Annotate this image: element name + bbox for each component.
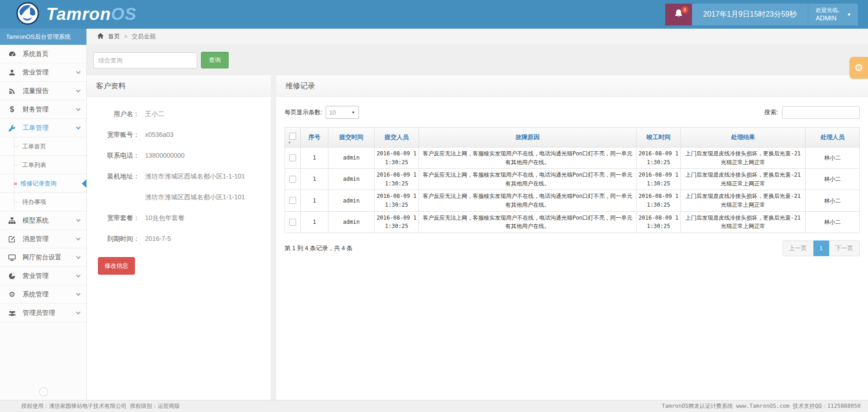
sidebar-submenu: ⋯工单首页⋯工单列表»维修记录查询⋯待办事项	[0, 137, 86, 211]
records-summary: 第 1 到 4 条记录，共 4 条	[285, 244, 352, 252]
footer: 授权使用：潍坊家园驿站电子技术有限公司 授权级别：运营商版 TamronOS腾龙…	[0, 400, 868, 412]
sidebar-collapse-toggle[interactable]: ⋯	[39, 387, 48, 396]
row-select-cell	[285, 211, 301, 233]
table-search-input[interactable]	[782, 106, 860, 119]
settings-gear-button[interactable]: ⚙	[850, 57, 868, 79]
cell-submit-time: admin	[328, 169, 375, 190]
rss-icon	[7, 87, 17, 95]
field-label: 到期时间：	[95, 234, 140, 243]
cell-result: 上门后发现是皮线冷接头损坏，更换后光衰-21光猫正常上网正常	[681, 148, 806, 169]
sidebar-subitem-repair-record-query[interactable]: »维修记录查询	[0, 174, 86, 193]
records-footer: 第 1 到 4 条记录，共 4 条 上一页 1 下一页	[285, 240, 860, 256]
chevron-down-icon	[76, 291, 81, 296]
column-header-finish-time[interactable]: 竣工时间	[637, 128, 681, 148]
row-checkbox[interactable]	[289, 219, 296, 226]
query-button[interactable]: 查询	[201, 52, 229, 68]
select-caret-icon: ▼	[352, 111, 355, 115]
header-checkbox-caret-icon[interactable]: ▼	[287, 141, 298, 144]
notification-badge: 8	[681, 6, 689, 14]
customer-field-row: 装机地址：潍坊市潍城区西城名都小区1-1-101	[95, 172, 262, 180]
select-all-checkbox[interactable]	[289, 133, 296, 140]
cell-submit-person: 2016-08-09 11:30:25	[375, 190, 419, 211]
sidebar-subitem-work-order-list[interactable]: ⋯工单列表	[0, 156, 86, 174]
user-menu[interactable]: 欢迎光临, ADMIN ▼	[808, 4, 858, 25]
sidebar-subitem-label: 维修记录查询	[20, 179, 56, 188]
column-header-submit-person[interactable]: 提交人员	[375, 128, 419, 148]
customer-field-row: 联系电话：13800000000	[95, 151, 262, 160]
sidebar-title: TamronOS后台管理系统	[0, 29, 86, 45]
customer-field-row: 潍坊市潍城区西城名都小区1-1-101	[95, 193, 262, 201]
sidebar-subitem-work-order-home[interactable]: ⋯工单首页	[0, 137, 86, 156]
row-select-cell	[285, 190, 301, 211]
repair-records-table: ▼序号提交时间提交人员故障原因竣工时间处理结果处理人员 1admin2016-0…	[285, 127, 860, 233]
column-header-result[interactable]: 处理结果	[681, 128, 806, 148]
prev-page-button[interactable]: 上一页	[783, 240, 813, 256]
sidebar-item-model-system[interactable]: 模型系统	[0, 211, 86, 230]
cell-result: 上门后发现是皮线冷接头损坏，更换后光衰-21光猫正常上网正常	[681, 169, 806, 190]
breadcrumb-home[interactable]: 首页	[108, 32, 120, 41]
chevron-down-icon: ▼	[847, 12, 851, 17]
cell-fault-reason: 客户反应无法上网，客服核实发现用户不在线，电话沟通光猫Pon口灯不亮，同一单元有…	[419, 190, 637, 211]
table-row: 1admin2016-08-09 11:30:25客户反应无法上网，客服核实发现…	[285, 169, 860, 190]
sidebar-subitem-todo-items[interactable]: ⋯待办事项	[0, 193, 86, 211]
row-checkbox[interactable]	[289, 154, 296, 161]
app-title: TamronOS	[46, 5, 137, 24]
edit-info-button[interactable]: 修改信息	[98, 257, 135, 275]
row-checkbox[interactable]	[289, 197, 296, 204]
footer-product-text: TamronOS腾龙认证计费系统 www.TamronOS.com 技术支持QQ…	[662, 402, 861, 410]
row-checkbox[interactable]	[289, 176, 296, 183]
sidebar-item-message-mgmt[interactable]: 消息管理	[0, 230, 86, 248]
desktop-icon	[7, 254, 17, 261]
next-page-button[interactable]: 下一页	[829, 240, 860, 256]
sidebar-item-business-mgmt[interactable]: 营业管理	[0, 63, 86, 82]
column-header-handler[interactable]: 处理人员	[806, 128, 860, 148]
cell-submit-time: admin	[328, 211, 375, 233]
field-value: 王小二	[145, 110, 164, 118]
chevron-down-icon	[76, 69, 81, 74]
double-angle-icon: »	[14, 180, 17, 187]
sidebar-item-system-home[interactable]: 系统首页	[0, 45, 86, 63]
sidebar-item-admin-mgmt[interactable]: 管理员管理	[0, 304, 86, 322]
column-header-submit-time[interactable]: 提交时间	[328, 128, 375, 148]
sidebar-item-portal-settings[interactable]: 网厅前台设置	[0, 248, 86, 267]
sidebar-item-work-order-mgmt[interactable]: 工单管理	[0, 119, 86, 137]
breadcrumb: 首页 > 交易金额	[87, 29, 868, 45]
search-input[interactable]	[93, 52, 197, 68]
gears-icon: ⚙	[7, 291, 17, 298]
customer-field-row: 用户名：王小二	[95, 110, 262, 118]
sidebar-subitem-label: 工单首页	[22, 142, 46, 151]
field-label: 用户名：	[95, 110, 140, 118]
cell-seq: 1	[301, 148, 328, 169]
column-header-fault-reason[interactable]: 故障原因	[419, 128, 637, 148]
field-label: 联系电话：	[95, 151, 140, 160]
per-page-select[interactable]: 10 ▼	[326, 106, 359, 119]
field-value: 10兆包年套餐	[145, 214, 185, 222]
wrench-icon	[7, 124, 17, 132]
records-body: 每页显示条数: 10 ▼ 搜索:	[276, 97, 868, 265]
table-row: 1admin2016-08-09 11:30:25客户反应无法上网，客服核实发现…	[285, 211, 860, 233]
logo-globe-icon	[16, 1, 40, 27]
sidebar-item-label: 营业管理	[23, 272, 49, 280]
sidebar-item-label: 模型系统	[23, 216, 49, 225]
brand-logo[interactable]: TamronOS	[0, 1, 137, 27]
customer-field-row: 宽带套餐：10兆包年套餐	[95, 214, 262, 222]
sidebar-item-traffic-report[interactable]: 流量报告	[0, 82, 86, 100]
footer-license-text: 授权使用：潍坊家园驿站电子技术有限公司 授权级别：运营商版	[21, 402, 180, 410]
notifications-button[interactable]: 8	[665, 4, 692, 25]
field-value: 潍坊市潍城区西城名都小区1-1-101	[145, 193, 245, 201]
sidebar-item-finance-mgmt[interactable]: $财务管理	[0, 100, 86, 119]
users-icon	[7, 309, 17, 317]
sidebar-item-business-mgmt-2[interactable]: 营业管理	[0, 267, 86, 285]
chevron-down-icon	[76, 125, 81, 129]
per-page-value: 10	[329, 109, 336, 116]
page-1-button[interactable]: 1	[813, 240, 829, 256]
sidebar-item-label: 消息管理	[23, 235, 49, 243]
sidebar-item-system-mgmt[interactable]: ⚙系统管理	[0, 285, 86, 304]
field-value: 13800000000	[145, 151, 185, 160]
chevron-down-icon	[76, 273, 81, 277]
cell-result: 上门后发现是皮线冷接头损坏，更换后光衰-21光猫正常上网正常	[681, 211, 806, 233]
table-header-row: ▼序号提交时间提交人员故障原因竣工时间处理结果处理人员	[285, 128, 860, 148]
tree-dots-icon: ⋯	[14, 143, 19, 149]
table-row: 1admin2016-08-09 11:30:25客户反应无法上网，客服核实发现…	[285, 190, 860, 211]
column-header-seq[interactable]: 序号	[301, 128, 328, 148]
